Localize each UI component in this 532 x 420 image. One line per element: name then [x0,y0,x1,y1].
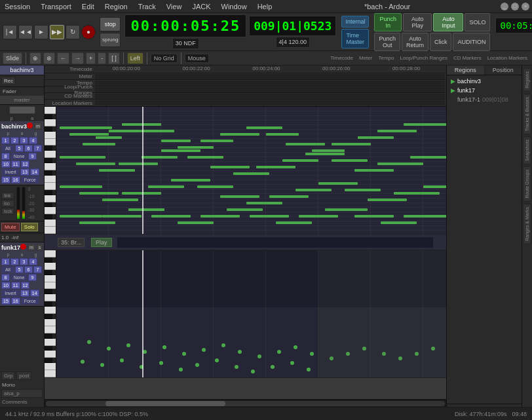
rewind-to-start-button[interactable]: |◄ [3,25,17,39]
midi-ch-15[interactable]: 15 [1,176,10,183]
loop-button[interactable]: ↻ [66,25,80,39]
midi-ch-9[interactable]: 9 [28,153,37,160]
midi-ch-2[interactable]: 2 [10,137,19,144]
menu-help[interactable]: Help [256,3,275,10]
track2-m-button[interactable]: m [28,244,35,251]
punch-in-button[interactable]: Punch In [374,13,402,31]
solo-button[interactable]: SOLO [465,13,490,31]
t2-midi-ch-none[interactable]: None [10,274,28,281]
link-button[interactable]: link [1,192,14,199]
mouse-mode-selector[interactable]: Mouse [185,54,209,63]
sidebar-rec-button[interactable]: Rec [1,77,16,85]
menu-transport[interactable]: Transport [39,3,73,10]
t2-midi-ch-8[interactable]: 8 [1,274,10,281]
rewind-button[interactable]: ◄◄ [18,25,33,39]
break-label[interactable]: 35: Br... [58,238,85,247]
track2-s-button[interactable]: s [37,244,43,251]
sprung-button[interactable]: sprung [100,33,121,47]
right-tab-ranges[interactable]: Ranges & Marks [523,204,531,244]
close-button[interactable]: × [522,3,529,10]
minimize-button[interactable]: _ [501,3,508,10]
midi-ch-10[interactable]: 10 [1,161,10,168]
zoom-in-button[interactable]: + [86,52,96,64]
midi-ch-14[interactable]: 14 [30,168,39,176]
internal-button[interactable]: Internal [341,16,369,28]
midi-ch-6[interactable]: 6 [24,145,33,152]
auto-input-button[interactable]: Auto Input [433,13,463,31]
snap2-icon[interactable]: ⊗ [43,52,55,64]
menu-jack[interactable]: JACK [190,3,212,10]
regions-tab[interactable]: Regions [447,66,485,75]
midi-ch-3[interactable]: 3 [20,137,28,144]
right-tab-snapshots[interactable]: Snapshots [523,136,531,164]
bbt-display[interactable]: 009|01|0523 [249,16,336,36]
region-item-funk17[interactable]: ▶ funk17 [448,86,520,95]
t2-midi-ch-force[interactable]: Force [21,297,39,305]
t2-midi-ch-9[interactable]: 9 [28,274,37,281]
right-tab-regions[interactable]: Regions [523,68,531,92]
grp-button[interactable]: Grp [1,372,15,380]
midi-ch-12[interactable]: 12 [21,161,30,168]
menu-window[interactable]: Window [219,3,249,10]
right-tab-route-groups[interactable]: Route Groups [523,166,531,202]
h-scrollbar-thumb[interactable] [105,401,225,406]
fader-slider[interactable] [0,106,44,114]
t2-midi-ch-invert[interactable]: Invert [1,290,20,297]
right-tab-tracks[interactable]: Tracks & Busses [523,94,531,134]
stop-button[interactable]: stop [100,17,121,31]
t2-midi-ch-11[interactable]: 11 [11,282,20,289]
track1-rec-dot[interactable] [27,123,33,128]
midi-ch-all1[interactable]: All [1,145,14,152]
track1-content[interactable] [56,107,446,234]
auto-play-button[interactable]: Auto Play [403,13,432,31]
midi-ch-16[interactable]: 16 [11,176,20,183]
snap-icon[interactable]: ⊕ [29,52,41,64]
menu-session[interactable]: Session [3,3,32,10]
audition-button[interactable]: AUDITION [453,33,490,51]
t2-midi-ch-2[interactable]: 2 [10,258,19,265]
t2-midi-ch-12[interactable]: 12 [21,282,30,289]
maximize-button[interactable]: □ [511,3,519,10]
track1-m-button[interactable]: m [34,123,42,130]
menu-region[interactable]: Region [103,3,130,10]
t2-midi-ch-4[interactable]: 4 [29,258,37,265]
midi-ch-none1[interactable]: None [10,153,28,160]
t2-midi-ch-6[interactable]: 6 [24,266,33,273]
t2-midi-ch-15[interactable]: 15 [1,297,10,305]
track2-rec-dot[interactable] [20,244,26,250]
t2-midi-ch-16[interactable]: 16 [11,297,20,305]
fast-forward-button[interactable]: ▶▶ [50,25,64,39]
play-break-button[interactable]: Play [91,238,112,247]
auto-return-button[interactable]: Auto Return [402,33,428,51]
position-tab[interactable]: Position [485,66,522,75]
track2-content[interactable] [56,250,446,377]
punch-out-button[interactable]: Punch Out [374,33,400,51]
arrow-right-icon[interactable]: → [71,52,84,64]
h-scrollbar[interactable] [45,399,446,407]
region-item-bachinv3[interactable]: ▶ bachinv3 [448,77,520,86]
menu-track[interactable]: Track [136,3,158,10]
record-button[interactable]: ● [81,25,96,39]
mute-button[interactable]: Mute [1,223,20,231]
post-button[interactable]: post [16,372,31,380]
no-grid-selector[interactable]: No Grid [151,54,178,63]
t2-midi-ch-7[interactable]: 7 [33,266,42,273]
slide-mode-button[interactable]: Slide [3,52,22,64]
bottom-track-label[interactable]: alsa_p [1,389,43,398]
midi-ch-1[interactable]: 1 [1,137,10,144]
t2-midi-ch-14[interactable]: 14 [30,290,39,297]
menu-edit[interactable]: Edit [80,3,96,10]
play-button[interactable]: ► [34,25,48,39]
t2-midi-ch-13[interactable]: 13 [20,290,29,297]
midi-ch-7[interactable]: 7 [33,145,42,152]
midi-ch-4[interactable]: 4 [29,137,37,144]
midi-ch-invert1[interactable]: Invert [1,168,20,176]
midi-ch-8[interactable]: 8 [1,153,10,160]
left-mode-button[interactable]: Left [127,52,143,64]
t2-midi-ch-all[interactable]: All [1,266,14,273]
region-item-funk17-1[interactable]: funk17-1 009|01|08 [448,95,520,104]
t2-midi-ch-5[interactable]: 5 [15,266,24,273]
iso-button[interactable]: iso [1,200,14,207]
lock-button[interactable]: lock [1,208,14,215]
midi-ch-13[interactable]: 13 [20,168,29,176]
